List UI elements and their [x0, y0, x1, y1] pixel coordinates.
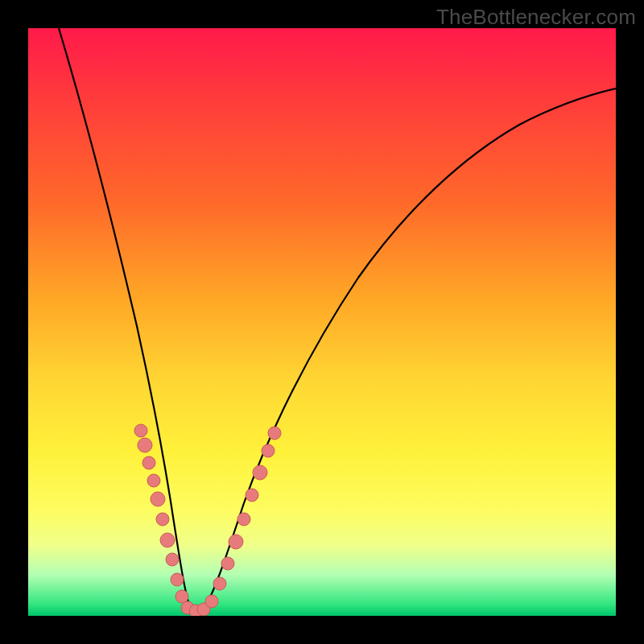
data-dot — [205, 595, 218, 608]
data-dot — [213, 577, 226, 590]
watermark-text: TheBottlenecker.com — [436, 5, 636, 30]
data-dot — [166, 553, 179, 566]
data-dot — [134, 424, 147, 437]
data-dot — [151, 492, 165, 506]
data-dot — [237, 513, 250, 526]
data-dot — [262, 444, 275, 457]
data-dot — [138, 438, 152, 452]
data-dot — [221, 557, 234, 570]
data-dot — [253, 465, 267, 480]
data-dot — [142, 456, 155, 469]
data-dot — [268, 427, 281, 440]
curve-svg — [28, 28, 616, 616]
bottleneck-curve — [59, 28, 616, 613]
data-dot — [156, 513, 169, 526]
chart-frame: TheBottlenecker.com — [0, 0, 644, 644]
data-dot — [229, 535, 243, 549]
plot-area — [28, 28, 616, 616]
data-dot — [175, 590, 188, 603]
data-dot — [160, 533, 175, 547]
data-dot — [147, 474, 160, 487]
data-dot — [246, 489, 258, 502]
data-dot — [171, 573, 184, 586]
